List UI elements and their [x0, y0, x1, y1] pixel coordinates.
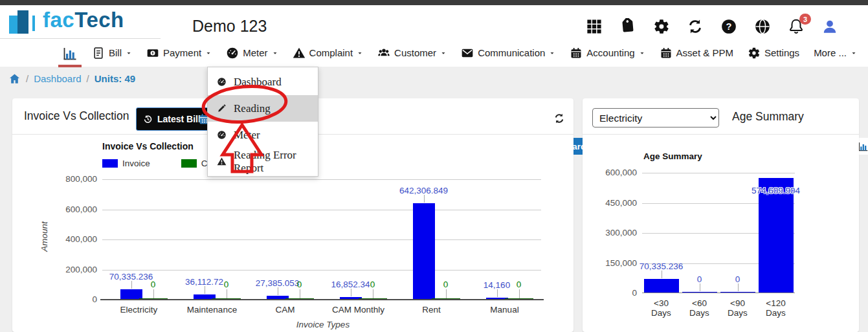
gauge-icon	[217, 130, 227, 140]
gear-icon[interactable]	[653, 18, 670, 35]
panel-refresh-icon[interactable]	[553, 113, 565, 124]
nav-item-label: Complaint	[309, 47, 353, 58]
users-icon	[377, 47, 390, 60]
chevron-down-icon	[639, 50, 645, 56]
history-icon	[143, 115, 153, 124]
nav-item-complaint[interactable]: Complaint	[289, 44, 368, 62]
breadcrumb: / Dashboard / Units: 49	[8, 72, 135, 85]
nav-item-label: Settings	[764, 47, 799, 58]
chevron-down-icon	[851, 50, 857, 56]
svg-text:?: ?	[726, 21, 732, 32]
left-panel-title: Invoice Vs Collection	[24, 109, 129, 123]
notification-badge: 3	[799, 14, 811, 25]
warning-icon	[293, 47, 306, 60]
logo-mark-icon	[9, 9, 40, 35]
breadcrumb-separator: /	[26, 73, 28, 84]
nav-item-label: Asset & PPM	[676, 47, 733, 58]
nav-item-communication[interactable]: Communication	[457, 44, 559, 62]
nav-item-label: More ...	[814, 47, 847, 58]
doc-lines-icon	[92, 47, 105, 60]
nav-item-meter[interactable]: Meter	[222, 44, 282, 62]
menu-item-label: Reading	[234, 102, 271, 115]
menu-item-reading[interactable]: Reading	[208, 95, 318, 122]
menu-item-label: Meter	[234, 129, 260, 142]
app-root: facTech Demo 123 ?3 BillPaymentMeterComp…	[0, 0, 868, 332]
apps-grid-icon[interactable]	[586, 18, 603, 35]
nav-item-customer[interactable]: Customer	[373, 44, 451, 62]
tags-icon[interactable]	[619, 18, 636, 35]
breadcrumb-row: / Dashboard / Units: 49 Email DashboardI…	[0, 67, 868, 91]
breadcrumb-separator: /	[87, 73, 89, 84]
nav-item-asset-ppm[interactable]: Asset & PPM	[656, 44, 737, 62]
user-icon[interactable]	[821, 18, 838, 35]
help-icon[interactable]: ?	[720, 18, 737, 35]
gauge-icon	[217, 77, 227, 87]
chevron-down-icon	[357, 50, 363, 56]
warning-icon	[217, 157, 227, 166]
right-panel-title: Age Summary	[732, 110, 804, 124]
meter-dropdown-menu: DashboardReadingMeterReading Error Repor…	[207, 67, 318, 177]
nav-item-label: Accounting	[586, 47, 634, 58]
right-panel-header: Electricity Age Summary	[583, 98, 859, 135]
nav-item-label: Payment	[163, 47, 201, 58]
header: facTech Demo 123 ?3	[0, 5, 868, 39]
nav-item-settings[interactable]: Settings	[744, 44, 803, 62]
logo[interactable]: facTech	[0, 5, 161, 39]
menu-item-meter[interactable]: Meter	[208, 122, 318, 148]
page-title: Demo 123	[192, 17, 267, 36]
chevron-down-icon	[126, 50, 132, 56]
nav-item-label: Communication	[478, 47, 545, 58]
chart-bars-icon	[62, 46, 78, 61]
bell-icon[interactable]: 3	[788, 18, 805, 35]
menu-item-label: Dashboard	[234, 76, 282, 89]
menu-item-dashboard[interactable]: Dashboard	[208, 69, 318, 95]
nav-item-label: Bill	[109, 47, 122, 58]
nav-item-payment[interactable]: Payment	[142, 44, 216, 62]
header-icons: ?3	[586, 18, 838, 35]
nav-item-bill[interactable]: Bill	[88, 44, 136, 62]
nav-item-dashboard[interactable]	[58, 43, 82, 63]
top-strip	[0, 0, 868, 5]
gauge-icon	[226, 47, 239, 60]
money-icon	[146, 47, 159, 60]
nav-item-accounting[interactable]: Accounting	[566, 44, 649, 62]
breadcrumb-units: Units: 49	[95, 73, 135, 84]
chevron-down-icon	[205, 50, 212, 56]
pencil-icon	[217, 104, 227, 113]
nav-item-label: Meter	[243, 47, 267, 58]
home-icon[interactable]	[8, 72, 21, 85]
main-nav: BillPaymentMeterComplaintCustomerCommuni…	[0, 39, 868, 67]
nav-item-label: Customer	[394, 47, 436, 58]
envelope-icon	[461, 47, 474, 60]
chevron-down-icon	[440, 50, 447, 56]
calendar-icon	[570, 47, 583, 60]
chevron-down-icon	[272, 50, 278, 56]
menu-item-reading-error-report[interactable]: Reading Error Report	[208, 148, 318, 175]
logo-text: facTech	[43, 8, 124, 32]
gear-icon	[748, 47, 761, 60]
utility-select[interactable]: Electricity	[592, 108, 719, 127]
sync-icon[interactable]	[687, 18, 704, 35]
chevron-down-icon	[549, 50, 555, 56]
breadcrumb-dashboard-link[interactable]: Dashboard	[34, 73, 81, 84]
age-summary-panel: Electricity Age Summary	[583, 98, 859, 332]
nav-item-more[interactable]: More ...	[810, 45, 861, 61]
menu-item-label: Reading Error Report	[234, 149, 309, 175]
globe-icon[interactable]	[754, 18, 771, 35]
calendar-icon	[660, 47, 673, 60]
